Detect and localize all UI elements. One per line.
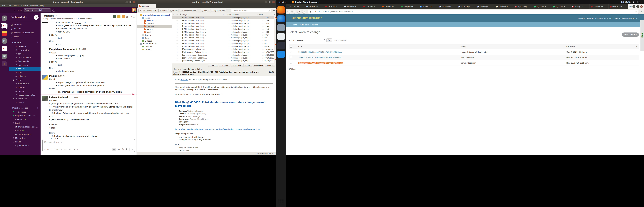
junk-icon[interactable]: ♨ — [261, 28, 264, 30]
token-key-link[interactable]: 16996cc72bef7d1b11bcbbc9165fe180f0196efb — [298, 56, 341, 58]
folder-row[interactable]: Deleted — [137, 40, 172, 42]
user-column-header[interactable]: USER — [459, 44, 565, 49]
workspace-icon[interactable]: M — [2, 38, 7, 44]
message-list[interactable]: Today ⌄ Update:edytor - mockupy insert t… — [40, 22, 136, 139]
bookmark-star-icon[interactable]: ☆ — [636, 10, 637, 13]
slack-titlebar[interactable]: Slack | general | Deployed.pl − ▢ × — [0, 0, 136, 4]
workspace-icon[interactable]: P — [2, 16, 7, 21]
email-row[interactable]: ☆ [HTML5 editor - Błąd (bug) ... • redmi… — [172, 34, 276, 36]
code-block-icon[interactable]: ⌗ — [77, 148, 78, 150]
star-icon[interactable]: ☆ — [176, 48, 179, 50]
folder-row[interactable]: ⌄ Inbox — [137, 16, 172, 19]
menu-item[interactable]: Window — [29, 4, 39, 7]
message[interactable]: Maciej 5:44 PM Update:support Magdy z py… — [40, 74, 136, 94]
key-column-header[interactable]: KEY — [297, 44, 459, 49]
browser-tab[interactable]: android ge — [476, 4, 495, 9]
strikethrough-icon[interactable]: S — [53, 148, 54, 150]
sidebar-channel[interactable]: # help — [8, 70, 40, 74]
indent-icon[interactable]: ⇥ — [74, 148, 75, 150]
folder-row[interactable]: sentry — [137, 28, 172, 31]
user-avatar[interactable] — [132, 8, 136, 12]
browser-tab[interactable]: Sign your a — [552, 4, 571, 9]
sidebar-nav-item[interactable]: @ Mentions & reactions — [8, 30, 40, 35]
channel-title[interactable]: #general☆ — [44, 14, 57, 17]
message-avatar[interactable] — [42, 22, 48, 23]
email-row[interactable]: ☆ [HTML5 editor - Błąd (bug) ... • redmi… — [172, 25, 276, 28]
sidebar-dm[interactable]: Wojciech Basiura (y... — [8, 114, 40, 118]
read-dot-icon[interactable]: • — [227, 28, 231, 30]
read-dot-icon[interactable]: • — [227, 31, 231, 33]
help-icon[interactable]: ? — [52, 9, 55, 12]
maximize-button[interactable]: ▢ — [268, 1, 271, 4]
member-avatar[interactable] — [113, 15, 116, 18]
home-button[interactable]: ⌂ — [302, 10, 306, 14]
created-column-header[interactable]: CREATED▼ — [565, 44, 639, 49]
sidebar-dm[interactable]: Panda — [8, 140, 40, 144]
menu-item[interactable]: History — [20, 4, 29, 7]
reader-action-button[interactable]: ↷Forward — [219, 64, 230, 67]
emoji-icon[interactable]: ☺ — [122, 148, 124, 150]
read-dot-icon[interactable]: • — [227, 42, 231, 44]
row-checkbox[interactable] — [290, 51, 292, 53]
folder-row[interactable]: Sent — [137, 36, 172, 40]
junk-icon[interactable]: ♨ — [261, 48, 264, 50]
sidebar-dm[interactable]: Dawid — [8, 121, 40, 125]
message[interactable]: Łukasz Chojnacki 6:16 PM Update:[Frytki]… — [40, 95, 136, 139]
message-author[interactable]: Łukasz Chojnacki — [49, 96, 69, 98]
member-count[interactable]: 19 — [126, 16, 128, 18]
history-back-icon[interactable]: ← — [14, 9, 16, 12]
subject-column[interactable]: Subject — [182, 14, 222, 16]
sidebar-channel[interactable]: # obiadki — [8, 86, 40, 89]
sidebar-channel[interactable]: # random — [8, 89, 40, 93]
browser-tab[interactable]: GUI - UXPin — [419, 4, 438, 9]
browser-tab[interactable]: keytool-Key — [514, 4, 533, 9]
issue-url-link[interactable]: https://fotokalender2.deployed.space/htm… — [175, 128, 260, 130]
star-icon[interactable]: ☆ — [56, 14, 57, 17]
sidebar-nav-item[interactable]: ◱ Threads — [8, 22, 40, 26]
add-token-button[interactable]: ADD TOKEN + — [622, 32, 639, 37]
add-channel-icon[interactable]: + — [37, 41, 38, 44]
menu-item[interactable]: File — [1, 4, 6, 7]
junk-icon[interactable]: ♨ — [261, 37, 264, 39]
read-dot-icon[interactable]: • — [227, 34, 231, 36]
dock-thunderbird-icon[interactable] — [277, 15, 285, 22]
breadcrumb-authtoken[interactable]: Auth Token — [300, 24, 310, 26]
tag-button[interactable]: Tag▾ — [201, 9, 210, 12]
star-icon[interactable]: ☆ — [176, 60, 179, 62]
browser-tab[interactable]: Perspective — [609, 4, 628, 9]
email-row[interactable]: ☆ [HTML5 editor - Błąd (bug) ... • redmi… — [172, 22, 276, 25]
star-icon[interactable]: ☆ — [176, 42, 179, 44]
sort-descending-icon[interactable]: ▼ — [636, 46, 637, 47]
workspace-icon[interactable]: DM — [2, 54, 7, 59]
message-avatar[interactable] — [42, 74, 48, 80]
sidebar-dm[interactable]: ♥ Slackbot — [8, 110, 40, 114]
browser-tab[interactable]: General Pla — [305, 4, 324, 9]
from-address[interactable]: redmine@deployed.pl — [180, 68, 200, 70]
shortcuts-icon[interactable]: ⚡ — [44, 148, 45, 150]
row-checkbox[interactable] — [290, 56, 292, 58]
read-dot-icon[interactable]: • — [227, 46, 231, 48]
folder-row[interactable]: Outbox — [137, 48, 172, 51]
scrollbar[interactable] — [274, 16, 276, 63]
chat-button[interactable]: Chat — [169, 9, 179, 12]
logout-link[interactable]: LOG OUT — [631, 18, 638, 19]
browser-tab[interactable]: 18177 - em — [381, 4, 400, 9]
attachment-column-icon[interactable] — [179, 13, 182, 16]
compose-button[interactable]: ✎ — [34, 15, 38, 20]
browser-tab[interactable]: [GUI-78] Se — [343, 4, 362, 9]
mention-icon[interactable]: @ — [118, 148, 120, 150]
change-password-link[interactable]: CHANGE PASSWORD — [614, 18, 630, 19]
junk-icon[interactable]: ♨ — [261, 40, 264, 42]
menu-item[interactable]: Edit — [6, 4, 13, 7]
date-column[interactable]: Date — [259, 14, 271, 16]
browser-tab[interactable]: Sign your a — [533, 4, 552, 9]
close-button[interactable]: × — [133, 1, 136, 4]
folder-row[interactable]: slack — [137, 31, 172, 34]
attach-icon[interactable] — [126, 148, 127, 150]
star-icon[interactable]: ☆ — [176, 34, 179, 36]
junk-icon[interactable]: ♨ — [261, 17, 264, 19]
info-icon[interactable]: ⓘ — [133, 16, 135, 18]
format-toggle-button[interactable]: Aa — [112, 148, 116, 151]
email-row[interactable]: ☆ [perspectivefood - Zadanie ... • redmi… — [172, 56, 276, 59]
reader-action-button[interactable]: ⬓Archive — [231, 64, 243, 67]
